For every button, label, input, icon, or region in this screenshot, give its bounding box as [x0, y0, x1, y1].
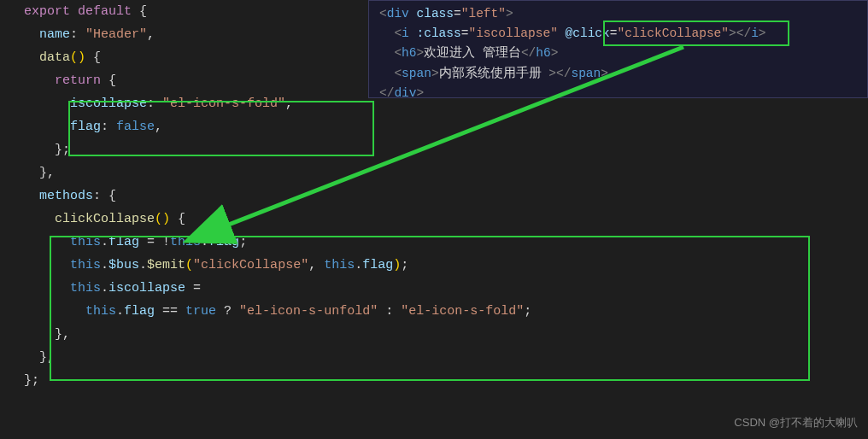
line-7: };	[24, 138, 868, 161]
template-line-4: <span>内部系统使用手册 ></span>	[379, 64, 864, 84]
template-line-3: <h6>欢迎进入 管理台</h6>	[379, 44, 864, 63]
watermark: CSDN @打不着的大喇叭	[734, 413, 858, 432]
template-line-5: </div>	[379, 84, 864, 103]
template-line-1: <div class="left">	[379, 4, 864, 24]
line-15: },	[24, 323, 868, 346]
line-8: },	[24, 161, 868, 184]
template-line-2: <i :class="iscollapse" @click="clickColl…	[379, 24, 864, 44]
line-12: this.$bus.$emit("clickCollapse", this.fl…	[24, 254, 868, 277]
line-9: methods: {	[24, 184, 868, 208]
line-13: this.iscollapse =	[24, 277, 868, 300]
line-11: this.flag = !this.flag;	[24, 231, 868, 254]
line-10: clickCollapse() {	[24, 208, 868, 231]
line-14: this.flag == true ? "el-icon-s-unfold" :…	[24, 300, 868, 323]
line-6: flag: false,	[24, 115, 868, 138]
line-16: },	[24, 346, 868, 369]
line-17: };	[24, 369, 868, 392]
template-pane: <div class="left"> <i :class="iscollapse…	[368, 0, 868, 98]
